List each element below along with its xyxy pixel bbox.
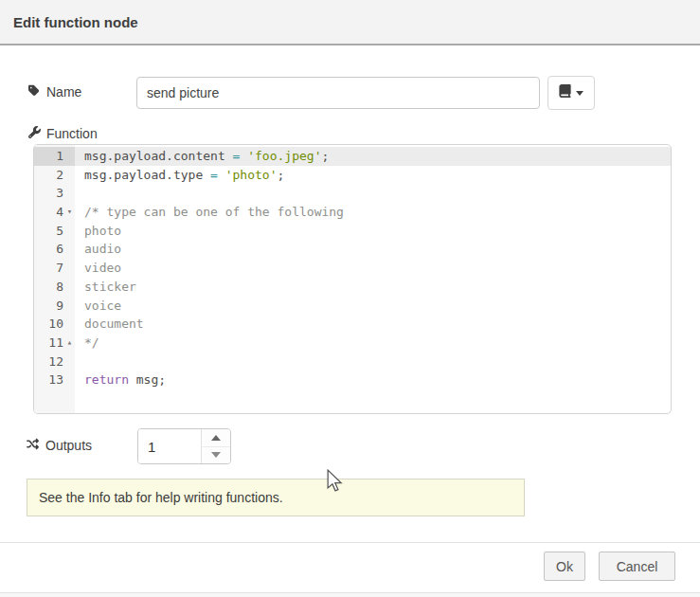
chevron-down-icon bbox=[576, 91, 583, 96]
code-text: sticker bbox=[75, 278, 136, 297]
code-editor[interactable]: 1msg.payload.content = 'foo.jpeg';2msg.p… bbox=[33, 144, 672, 414]
line-number: 2 bbox=[34, 166, 75, 185]
book-icon bbox=[559, 84, 571, 101]
code-line[interactable]: 11▴*/ bbox=[34, 334, 671, 353]
fold-open-icon[interactable]: ▾ bbox=[64, 203, 75, 222]
dialog-header: Edit function node bbox=[0, 0, 700, 45]
caret-down-icon bbox=[211, 452, 221, 458]
spinner-down-button[interactable] bbox=[202, 447, 230, 464]
wrench-icon bbox=[28, 126, 41, 141]
info-tip: See the Info tab for help writing functi… bbox=[27, 479, 525, 516]
line-number: 11▴ bbox=[34, 334, 75, 353]
line-number: 9 bbox=[34, 297, 75, 316]
name-label-text: Name bbox=[46, 84, 81, 100]
code-line[interactable]: 10document bbox=[34, 315, 671, 334]
line-number: 12 bbox=[34, 353, 75, 371]
fold-end-icon[interactable]: ▴ bbox=[64, 334, 75, 353]
code-text: msg.payload.content = 'foo.jpeg'; bbox=[75, 147, 329, 166]
line-number: 8 bbox=[34, 278, 75, 297]
code-text: return msg; bbox=[75, 371, 166, 389]
code-line[interactable]: 1msg.payload.content = 'foo.jpeg'; bbox=[34, 147, 671, 166]
code-line[interactable]: 9voice bbox=[34, 297, 671, 316]
code-text: document bbox=[75, 315, 144, 334]
line-number: 5 bbox=[34, 222, 75, 241]
code-line[interactable]: 3 bbox=[34, 184, 671, 203]
name-label: Name bbox=[28, 84, 81, 100]
code-line[interactable]: 7video bbox=[34, 259, 671, 278]
caret-up-icon bbox=[211, 435, 221, 441]
code-text: photo bbox=[75, 222, 121, 241]
line-number: 7 bbox=[34, 259, 75, 278]
spinner-up-button[interactable] bbox=[202, 429, 230, 447]
code-text: */ bbox=[75, 334, 99, 353]
line-number: 10 bbox=[34, 315, 75, 334]
outputs-label-text: Outputs bbox=[45, 438, 92, 453]
code-text: audio bbox=[75, 240, 121, 259]
dialog-bottom-edge bbox=[0, 592, 700, 597]
line-number: 6 bbox=[34, 240, 75, 259]
line-number: 13 bbox=[34, 371, 75, 389]
footer-divider bbox=[0, 542, 700, 543]
edit-function-dialog: Edit function node Name Function 1msg.pa… bbox=[0, 0, 700, 597]
info-tip-text: See the Info tab for help writing functi… bbox=[39, 490, 283, 505]
code-lines: 1msg.payload.content = 'foo.jpeg';2msg.p… bbox=[34, 147, 671, 389]
code-text: /* type can be one of the following bbox=[75, 203, 344, 222]
library-button[interactable] bbox=[547, 76, 595, 110]
ok-button[interactable]: Ok bbox=[544, 552, 585, 581]
code-text: msg.payload.type = 'photo'; bbox=[75, 166, 284, 185]
code-line[interactable]: 2msg.payload.type = 'photo'; bbox=[34, 166, 671, 185]
outputs-spinner bbox=[137, 428, 231, 464]
name-input[interactable] bbox=[136, 77, 540, 109]
code-text bbox=[75, 184, 84, 203]
code-text: video bbox=[75, 259, 121, 278]
dialog-title: Edit function node bbox=[13, 14, 138, 30]
code-line[interactable]: 12 bbox=[34, 353, 671, 371]
function-label-text: Function bbox=[46, 126, 98, 141]
code-line[interactable]: 8sticker bbox=[34, 278, 671, 297]
outputs-input[interactable] bbox=[138, 429, 201, 463]
line-number: 1 bbox=[34, 147, 75, 166]
shuffle-icon bbox=[26, 438, 40, 453]
code-line[interactable]: 4▾/* type can be one of the following bbox=[34, 203, 671, 222]
cancel-button[interactable]: Cancel bbox=[599, 552, 675, 581]
function-label: Function bbox=[28, 126, 98, 141]
code-text bbox=[75, 353, 84, 371]
code-line[interactable]: 5photo bbox=[34, 222, 671, 241]
code-line[interactable]: 13return msg; bbox=[34, 371, 671, 389]
tag-icon bbox=[28, 84, 41, 100]
code-line[interactable]: 6audio bbox=[34, 240, 671, 259]
spinner-buttons bbox=[201, 429, 230, 463]
line-number: 3 bbox=[34, 184, 75, 203]
line-number: 4▾ bbox=[34, 203, 75, 222]
code-text: voice bbox=[75, 297, 121, 316]
outputs-label: Outputs bbox=[26, 438, 92, 453]
